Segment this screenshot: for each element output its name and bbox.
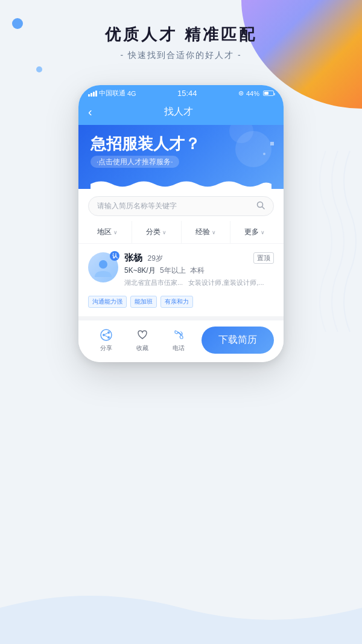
education-label: 本科: [190, 266, 205, 275]
signal-bar-1: [88, 94, 90, 97]
battery-pct: 44%: [246, 90, 259, 97]
banner-dot-1: [270, 142, 274, 145]
filter-category-arrow: ∨: [162, 229, 167, 235]
signal-bars: [88, 91, 97, 97]
search-icon[interactable]: [256, 201, 265, 211]
share-icon: [99, 328, 113, 342]
filter-more-label: 更多: [244, 227, 259, 237]
candidate-name-row: 张杨 29岁 置顶: [124, 252, 274, 264]
avatar-person-icon: [92, 257, 114, 278]
bottom-action-bar: 分享 收藏: [78, 320, 284, 362]
filter-more-arrow: ∨: [261, 229, 265, 235]
signal-bar-2: [91, 93, 92, 97]
candidate-card[interactable]: 认 张杨 29岁 置顶 5K~8K/月 5年以上 本科: [78, 244, 284, 320]
collect-action[interactable]: 收藏: [124, 328, 160, 352]
filter-category-label: 分类: [146, 227, 160, 237]
candidate-location: 湖北省宜昌市伍家... 女装设计师,童装设计师,...: [124, 278, 274, 287]
status-time: 15:44: [177, 89, 197, 98]
svg-point-2: [99, 260, 107, 269]
location-text: 湖北省宜昌市伍家...: [124, 279, 183, 286]
candidate-salary-row: 5K~8K/月 5年以上 本科: [124, 266, 274, 276]
status-right: ⊛ 44%: [238, 89, 274, 97]
candidate-info: 张杨 29岁 置顶 5K~8K/月 5年以上 本科 湖北省宜昌市伍家... 女装…: [124, 252, 274, 291]
candidate-name: 张杨: [124, 252, 142, 263]
nav-bar: ‹ 找人才: [78, 100, 284, 125]
recruitment-banner[interactable]: 急招服装人才？ ·点击使用人才推荐服务·: [78, 125, 284, 189]
back-button[interactable]: ‹: [88, 105, 92, 119]
collect-icon: [135, 328, 150, 342]
search-box[interactable]: 请输入简历名称等关键字: [88, 196, 274, 216]
battery-bar: [263, 91, 274, 96]
pin-button[interactable]: 置顶: [253, 252, 274, 264]
phone-mockup: 中国联通 4G 15:44 ⊛ 44% ‹ 找人才: [78, 85, 284, 362]
filter-experience-arrow: ∨: [212, 229, 216, 235]
status-bar: 中国联通 4G 15:44 ⊛ 44%: [78, 85, 284, 100]
status-left: 中国联通 4G: [88, 89, 136, 98]
experience-label: 5年以上: [160, 266, 186, 275]
signal-bar-3: [93, 92, 95, 97]
filter-category[interactable]: 分类 ∨: [132, 221, 181, 243]
banner-dot-2: [263, 153, 265, 155]
candidate-age: 29岁: [147, 254, 162, 263]
signal-bar-4: [95, 91, 97, 97]
svg-point-5: [107, 331, 110, 334]
svg-line-7: [105, 333, 107, 334]
hero-headline: 优质人才 精准匹配: [105, 24, 256, 45]
tag-communication: 沟通能力强: [88, 296, 127, 308]
svg-line-1: [262, 207, 265, 209]
filter-experience[interactable]: 经验 ∨: [182, 221, 230, 243]
filter-experience-label: 经验: [195, 227, 210, 237]
share-label: 分享: [100, 344, 112, 352]
filter-region-arrow: ∨: [113, 229, 118, 235]
svg-point-3: [101, 330, 112, 340]
nav-title: 找人才: [98, 106, 259, 118]
filter-region-label: 地区: [97, 227, 112, 237]
share-action[interactable]: 分享: [88, 328, 124, 352]
filter-more[interactable]: 更多 ∨: [230, 221, 279, 243]
banner-waves: [91, 177, 272, 189]
skills-text: 女装设计师,童装设计师,...: [188, 279, 264, 286]
collect-label: 收藏: [136, 344, 148, 352]
banner-wave-svg: [91, 179, 272, 190]
tags-row: 沟通能力强 能加班 有亲和力: [88, 296, 274, 308]
avatar-badge: 认: [110, 251, 119, 261]
bg-wave-bottom: [0, 572, 362, 644]
battery-icon: ⊛: [238, 89, 244, 97]
candidate-name-age: 张杨 29岁: [124, 252, 163, 264]
svg-point-4: [103, 334, 105, 336]
tag-overtime: 能加班: [130, 296, 157, 308]
filter-bar: 地区 ∨ 分类 ∨ 经验 ∨ 更多 ∨: [78, 221, 284, 244]
search-area: 请输入简历名称等关键字: [78, 189, 284, 221]
download-resume-button[interactable]: 下载简历: [202, 327, 274, 354]
phone-icon: [171, 328, 186, 342]
search-placeholder: 请输入简历名称等关键字: [97, 201, 256, 211]
carrier-label: 中国联通: [99, 89, 125, 98]
svg-line-8: [105, 336, 107, 337]
tag-friendly: 有亲和力: [160, 296, 193, 308]
hero-subheadline: - 快速找到合适你的好人才 -: [120, 50, 241, 61]
avatar-wrap: 认: [88, 252, 118, 282]
salary-range: 5K~8K/月: [124, 266, 156, 275]
phone-label: 电话: [173, 344, 185, 352]
network-label: 4G: [127, 90, 136, 97]
filter-region[interactable]: 地区 ∨: [83, 221, 132, 243]
candidate-header: 认 张杨 29岁 置顶 5K~8K/月 5年以上 本科: [88, 252, 274, 291]
phone-action[interactable]: 电话: [160, 328, 197, 352]
svg-point-6: [107, 336, 110, 339]
